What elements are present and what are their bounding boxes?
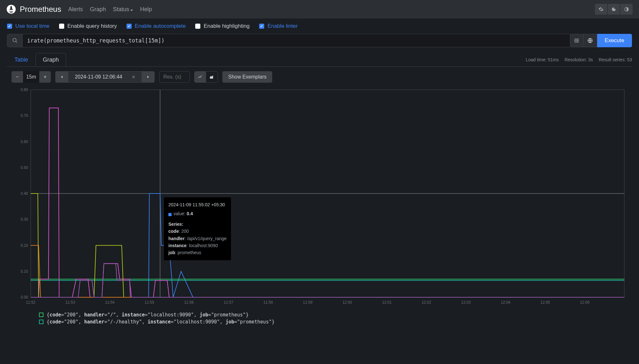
chart-type-toggle — [194, 71, 218, 83]
svg-point-2 — [13, 38, 16, 42]
legend-label: {code="200", handler="/", instance="loca… — [47, 312, 249, 318]
gear-icon — [598, 7, 604, 12]
nav-graph[interactable]: Graph — [90, 6, 106, 13]
checkbox-icon — [195, 24, 200, 29]
opt-linter[interactable]: Enable linter — [259, 23, 298, 29]
stat-result-series: Result series: 53 — [599, 57, 632, 62]
svg-text:12:01: 12:01 — [382, 300, 392, 305]
query-editor — [7, 34, 570, 47]
brand-logo[interactable]: Prometheus — [6, 4, 61, 14]
checkbox-icon — [7, 24, 12, 29]
svg-text:12:05: 12:05 — [540, 300, 550, 305]
range-value[interactable]: 15m — [23, 71, 39, 83]
chart-tooltip: 2024-11-09 11:55:02 +05:30 value: 0.4 Se… — [164, 197, 231, 260]
chart-canvas[interactable]: 0.000.100.200.300.400.500.600.700.8011:5… — [12, 87, 627, 307]
svg-text:11:52: 11:52 — [26, 300, 35, 305]
svg-text:0.60: 0.60 — [21, 140, 28, 144]
svg-text:12:02: 12:02 — [422, 300, 431, 305]
chart-type-line[interactable] — [195, 72, 206, 82]
svg-text:0.30: 0.30 — [21, 217, 28, 222]
svg-text:0.10: 0.10 — [21, 269, 28, 274]
time-prev[interactable] — [56, 72, 68, 82]
checkbox-icon — [259, 24, 264, 29]
legend-swatch — [39, 313, 43, 317]
opt-query-history[interactable]: Enable query history — [59, 23, 117, 29]
stat-load-time: Load time: 51ms — [526, 57, 559, 62]
tab-graph[interactable]: Graph — [35, 53, 66, 66]
svg-text:0.50: 0.50 — [21, 165, 28, 170]
svg-text:11:57: 11:57 — [224, 300, 233, 305]
result-tabs: Table Graph — [7, 53, 66, 66]
svg-text:0.70: 0.70 — [21, 113, 28, 118]
tab-table[interactable]: Table — [7, 53, 35, 66]
time-clear[interactable]: × — [132, 74, 135, 80]
contrast-toggle[interactable] — [620, 4, 633, 15]
svg-text:0.00: 0.00 — [21, 295, 28, 300]
metrics-explorer-button[interactable] — [584, 34, 597, 47]
graph-toolbar: − 15m + 2024-11-09 12:06:44× Show Exempl… — [7, 67, 632, 87]
contrast-icon — [624, 7, 629, 12]
theme-toggle[interactable] — [608, 4, 620, 15]
svg-text:0.80: 0.80 — [21, 87, 28, 92]
svg-text:11:58: 11:58 — [263, 300, 273, 305]
checkbox-icon — [127, 24, 132, 29]
nav-status[interactable]: Status — [113, 6, 133, 13]
chevron-right-icon — [146, 75, 150, 79]
range-decrease[interactable]: − — [12, 71, 23, 83]
legend-item[interactable]: {code="200", handler="/", instance="loca… — [39, 312, 600, 318]
time-value[interactable]: 2024-11-09 12:06:44× — [68, 74, 142, 80]
chart-type-stacked[interactable] — [206, 72, 218, 82]
query-stats: Load time: 51ms Resolution: 3s Result se… — [526, 57, 632, 62]
navbar: Prometheus Alerts Graph Status Help — [0, 0, 639, 19]
time-next[interactable] — [142, 72, 154, 82]
resolution-input[interactable] — [159, 71, 190, 83]
range-increase[interactable]: + — [39, 71, 51, 83]
opt-local-time[interactable]: Use local time — [7, 23, 50, 29]
legend-swatch — [39, 320, 43, 324]
time-picker: 2024-11-09 12:06:44× — [55, 71, 155, 83]
nav-alerts[interactable]: Alerts — [68, 6, 83, 13]
svg-text:12:03: 12:03 — [461, 300, 471, 305]
svg-line-3 — [16, 41, 17, 43]
indent-icon — [574, 38, 580, 43]
legend-label: {code="200", handler="/-/healthy", insta… — [47, 319, 274, 325]
svg-text:0.40: 0.40 — [21, 191, 28, 196]
prometheus-icon — [6, 4, 16, 14]
globe-icon — [587, 38, 593, 43]
legend-item[interactable]: {code="200", handler="/-/healthy", insta… — [39, 319, 600, 325]
svg-text:12:06: 12:06 — [580, 300, 589, 305]
query-input[interactable] — [23, 37, 570, 44]
svg-text:11:59: 11:59 — [303, 300, 312, 305]
opt-highlighting[interactable]: Enable highlighting — [195, 23, 250, 29]
svg-text:12:04: 12:04 — [501, 300, 510, 305]
svg-text:11:55: 11:55 — [145, 300, 154, 305]
range-picker: − 15m + — [12, 71, 51, 83]
brand-text: Prometheus — [20, 5, 61, 14]
checkbox-icon — [59, 24, 64, 29]
moon-icon — [611, 7, 616, 12]
query-options: Use local time Enable query history Enab… — [0, 19, 639, 34]
opt-autocomplete[interactable]: Enable autocomplete — [127, 23, 186, 29]
line-chart-icon — [198, 74, 203, 80]
show-exemplars-button[interactable]: Show Exemplars — [222, 71, 272, 83]
stat-resolution: Resolution: 3s — [565, 57, 593, 62]
chart-legend: {code="200", handler="/", instance="loca… — [7, 307, 632, 330]
svg-text:11:54: 11:54 — [105, 300, 115, 305]
tooltip-swatch — [168, 213, 172, 216]
svg-text:12:00: 12:00 — [343, 300, 352, 305]
chevron-left-icon — [60, 75, 64, 79]
format-query-button[interactable] — [570, 34, 584, 47]
execute-button[interactable]: Execute — [597, 34, 632, 47]
settings-button[interactable] — [595, 4, 607, 15]
search-icon[interactable] — [7, 34, 23, 47]
area-chart-icon — [209, 74, 214, 80]
svg-text:11:53: 11:53 — [65, 300, 75, 305]
svg-text:0.20: 0.20 — [21, 243, 28, 248]
svg-text:11:56: 11:56 — [184, 300, 194, 305]
nav-help[interactable]: Help — [140, 6, 152, 13]
